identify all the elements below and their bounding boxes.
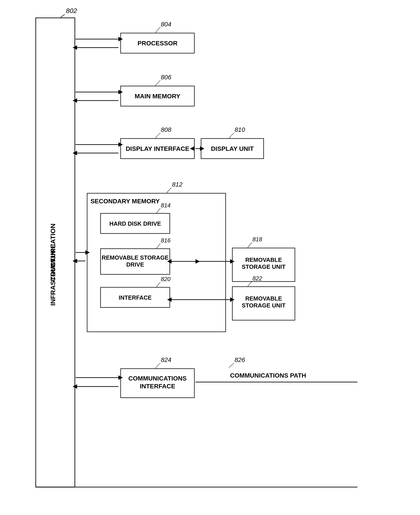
ref-822: 822 <box>252 275 262 282</box>
communications-interface-label-2: INTERFACE <box>140 383 175 390</box>
ref-812: 812 <box>172 181 182 188</box>
ref-808: 808 <box>161 126 171 133</box>
removable-storage-drive-label-2: DRIVE <box>126 261 144 268</box>
comm-infra-label2: INFRASTRUCTURE <box>49 244 57 306</box>
display-interface-label: DISPLAY INTERFACE <box>126 145 189 152</box>
ref-820: 820 <box>161 276 171 282</box>
secondary-memory-label: SECONDARY MEMORY <box>90 198 160 205</box>
removable-storage-unit-2-label-2: STORAGE UNIT <box>242 302 285 309</box>
ref-826: 826 <box>235 356 245 363</box>
ref-824: 824 <box>161 356 171 363</box>
removable-storage-unit-1-label-2: STORAGE UNIT <box>242 263 285 270</box>
processor-label: PROCESSOR <box>138 40 178 47</box>
removable-storage-drive-label-1: REMOVABLE STORAGE <box>102 254 169 261</box>
ref-818: 818 <box>252 236 262 243</box>
ref-804: 804 <box>161 21 171 28</box>
ref-816: 816 <box>161 237 171 244</box>
interface-label: INTERFACE <box>119 294 151 301</box>
ref-814: 814 <box>161 202 171 209</box>
communications-path-label: COMMUNICATIONS PATH <box>230 372 306 379</box>
removable-storage-unit-2-label-1: REMOVABLE <box>245 295 282 302</box>
main-memory-label: MAIN MEMORY <box>135 93 180 100</box>
ref-806: 806 <box>161 74 171 81</box>
removable-storage-unit-1-label-1: REMOVABLE <box>245 256 282 263</box>
diagram-svg: 802 COMMUNICATION INFRASTRUCTURE 804 PRO… <box>0 0 420 515</box>
ref-810: 810 <box>235 126 245 133</box>
hard-disk-label: HARD DISK DRIVE <box>109 220 161 227</box>
display-unit-label: DISPLAY UNIT <box>211 145 254 152</box>
ref-802: 802 <box>66 7 77 14</box>
communications-interface-label-1: COMMUNICATIONS <box>128 375 187 382</box>
